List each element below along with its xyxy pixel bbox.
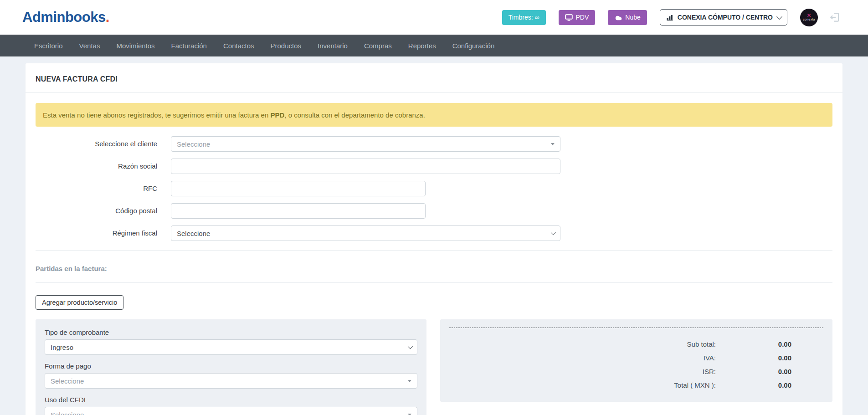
company-selector-button[interactable]: CONEXIA CÓMPUTO / CENTRO: [660, 9, 787, 26]
top-header: Adminbooks. Timbres: ∞ PDV Nube CONEXIA …: [0, 0, 868, 35]
tipo-comprobante-selected-value: Ingreso: [51, 343, 73, 351]
logout-icon[interactable]: [829, 11, 841, 23]
avatar[interactable]: ✕ conexia: [800, 9, 818, 26]
logo-dot: .: [106, 9, 109, 25]
select2-arrow-icon: [408, 380, 411, 382]
total-row-isr: ISR: 0.00: [449, 364, 823, 378]
nav-item-facturacion[interactable]: Facturación: [163, 35, 215, 56]
partidas-section-label: Partidas en la factura:: [36, 264, 832, 273]
nav-item-escritorio[interactable]: Escritorio: [26, 35, 71, 56]
regimen-fiscal-label: Régimen fiscal: [36, 225, 157, 241]
uso-cfdi-select[interactable]: Seleccione: [45, 407, 417, 415]
nav-item-contactos[interactable]: Contactos: [215, 35, 262, 56]
warning-alert: Esta venta no tiene abonos registrados, …: [36, 103, 832, 127]
field-uso-cfdi: Uso del CFDI Seleccione: [45, 396, 417, 415]
subtotal-label: Sub total:: [449, 340, 716, 348]
total-value: 0.00: [716, 381, 791, 389]
page-title: NUEVA FACTURA CFDI: [36, 75, 832, 83]
razon-social-label: Razón social: [36, 159, 157, 174]
forma-pago-select[interactable]: Seleccione: [45, 373, 417, 389]
subtotal-value: 0.00: [716, 340, 791, 348]
client-label: Seleccione el cliente: [36, 136, 157, 152]
nav-item-productos[interactable]: Productos: [262, 35, 310, 56]
alert-text-before: Esta venta no tiene abonos registrados, …: [43, 111, 270, 119]
avatar-label: conexia: [803, 18, 815, 21]
card-title-section: NUEVA FACTURA CFDI: [26, 63, 842, 93]
tipo-comprobante-select[interactable]: Ingreso: [45, 339, 417, 355]
isr-value: 0.00: [716, 368, 791, 375]
forma-pago-placeholder: Seleccione: [51, 377, 84, 385]
form-row-codigo-postal: Código postal: [36, 203, 832, 219]
invoice-header-form: Seleccione el cliente Seleccione Razón s…: [36, 136, 832, 241]
field-tipo-comprobante: Tipo de comprobante Ingreso: [45, 328, 417, 355]
total-row-iva: IVA: 0.00: [449, 351, 823, 364]
rfc-input[interactable]: [171, 181, 426, 196]
totals-panel: Sub total: 0.00 IVA: 0.00 ISR: 0.00 To: [440, 319, 832, 402]
tipo-comprobante-label: Tipo de comprobante: [45, 328, 417, 337]
dashed-divider: [449, 328, 823, 328]
regimen-fiscal-select[interactable]: Seleccione: [171, 225, 560, 241]
nav-item-configuracion[interactable]: Configuración: [444, 35, 503, 56]
client-select[interactable]: Seleccione: [171, 136, 560, 152]
main-content: NUEVA FACTURA CFDI Esta venta no tiene a…: [0, 56, 868, 415]
nav-item-movimientos[interactable]: Movimientos: [108, 35, 163, 56]
form-row-regimen-fiscal: Régimen fiscal Seleccione: [36, 225, 832, 241]
select-chevron-icon: [408, 344, 413, 349]
select-chevron-icon: [551, 230, 556, 235]
total-label: Total ( MXN ):: [449, 381, 716, 389]
alert-text-after: , o consulta con el departamento de cobr…: [284, 111, 425, 119]
nav-item-ventas[interactable]: Ventas: [71, 35, 108, 56]
uso-cfdi-label: Uso del CFDI: [45, 396, 417, 404]
card-body: Esta venta no tiene abonos registrados, …: [26, 103, 842, 415]
cloud-icon: [614, 15, 622, 20]
select2-arrow-icon: [551, 143, 555, 145]
select2-arrow-icon: [408, 414, 411, 415]
form-row-razon-social: Razón social: [36, 159, 832, 174]
company-selector-label: CONEXIA CÓMPUTO / CENTRO: [678, 14, 773, 21]
razon-social-input[interactable]: [171, 159, 560, 174]
iva-value: 0.00: [716, 354, 791, 362]
total-row-total: Total ( MXN ): 0.00: [449, 378, 823, 392]
codigo-postal-label: Código postal: [36, 203, 157, 219]
nav-item-compras[interactable]: Compras: [356, 35, 400, 56]
bottom-panels: Tipo de comprobante Ingreso Forma de pag…: [36, 319, 832, 415]
new-invoice-card: NUEVA FACTURA CFDI Esta venta no tiene a…: [26, 63, 842, 415]
regimen-fiscal-selected-value: Seleccione: [177, 230, 210, 237]
isr-label: ISR:: [449, 368, 716, 375]
header-actions: Timbres: ∞ PDV Nube CONEXIA CÓMPUTO / CE…: [502, 9, 841, 26]
codigo-postal-input[interactable]: [171, 203, 426, 219]
totals-table: Sub total: 0.00 IVA: 0.00 ISR: 0.00 To: [449, 337, 823, 392]
alert-highlight: PPD: [270, 111, 284, 119]
section-divider: [36, 250, 832, 251]
rfc-label: RFC: [36, 181, 157, 196]
bar-chart-icon: [667, 14, 674, 20]
invoice-options-panel: Tipo de comprobante Ingreso Forma de pag…: [36, 319, 426, 415]
main-navbar: Escritorio Ventas Movimientos Facturació…: [0, 35, 868, 56]
section-divider: [36, 282, 832, 283]
chevron-down-icon: [776, 14, 782, 20]
field-forma-pago: Forma de pago Seleccione: [45, 362, 417, 389]
app-logo[interactable]: Adminbooks.: [22, 9, 109, 26]
add-product-button[interactable]: Agregar producto/servicio: [36, 295, 123, 310]
uso-cfdi-placeholder: Seleccione: [51, 411, 84, 415]
nube-label: Nube: [625, 14, 640, 21]
form-row-rfc: RFC: [36, 181, 832, 196]
avatar-logo-mark: ✕: [806, 13, 811, 18]
form-row-client: Seleccione el cliente Seleccione: [36, 136, 832, 152]
forma-pago-label: Forma de pago: [45, 362, 417, 370]
total-row-subtotal: Sub total: 0.00: [449, 337, 823, 351]
client-select-placeholder: Seleccione: [177, 140, 210, 148]
nav-item-inventario[interactable]: Inventario: [309, 35, 356, 56]
timbres-button[interactable]: Timbres: ∞: [502, 10, 546, 25]
timbres-label: Timbres: ∞: [508, 14, 539, 21]
iva-label: IVA:: [449, 354, 716, 362]
nube-button[interactable]: Nube: [608, 10, 647, 25]
pdv-label: PDV: [576, 14, 589, 21]
pdv-button[interactable]: PDV: [559, 10, 596, 25]
monitor-icon: [565, 14, 573, 21]
nav-item-reportes[interactable]: Reportes: [400, 35, 444, 56]
